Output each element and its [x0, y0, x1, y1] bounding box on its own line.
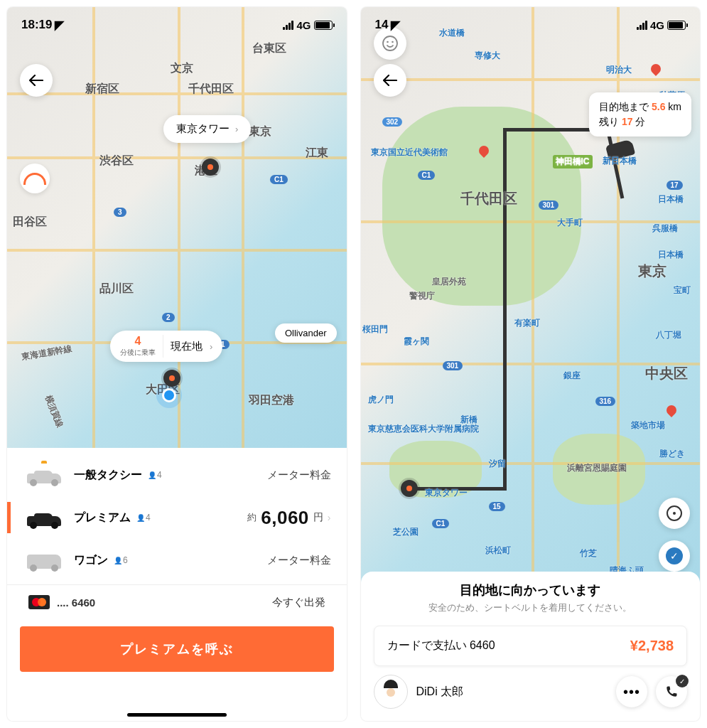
district-label: 新宿区 — [85, 82, 119, 97]
chevron-right-icon: › — [235, 124, 238, 134]
location-arrow-icon: ◤ — [55, 18, 64, 33]
pickup-pin — [163, 370, 180, 387]
shield-check-icon: ✓ — [666, 547, 683, 564]
back-button[interactable] — [374, 64, 406, 97]
arrow-left-icon — [383, 75, 397, 86]
district-label: 品川区 — [99, 282, 134, 296]
car-option-premium[interactable]: プレミアム4 約6,060円 › — [7, 496, 347, 539]
depart-time[interactable]: 今すぐ出発 — [272, 596, 325, 609]
district-label: 千代田区 — [188, 82, 234, 97]
mastercard-icon — [28, 595, 50, 609]
battery-icon — [667, 21, 686, 30]
locate-button[interactable] — [659, 498, 690, 529]
car-option-taxi[interactable]: 一般タクシー4 メーター料金 — [7, 454, 347, 496]
district-label: 田谷区 — [13, 215, 47, 230]
chat-icon: ••• — [623, 684, 640, 700]
destination-pill[interactable]: 東京タワー› — [163, 115, 251, 143]
chevron-right-icon: › — [210, 341, 212, 352]
location-arrow-icon: ◤ — [391, 18, 400, 33]
place-label: 東京タワー — [425, 487, 468, 499]
sedan-icon — [23, 506, 65, 529]
map[interactable]: 新宿区 千代田区 台東区 文京 渋谷区 港区 江東 田谷区 品川区 大田区 東京… — [7, 7, 347, 448]
district-label: 江東 — [306, 146, 328, 161]
status-time: 18:19 — [21, 18, 52, 32]
trip-sheet: 目的地に向かっています 安全のため、シートベルトを着用してください。 カードで支… — [361, 572, 701, 721]
booking-screen: 新宿区 千代田区 台東区 文京 渋谷区 港区 江東 田谷区 品川区 大田区 東京… — [7, 7, 347, 721]
call-premium-button[interactable]: プレミアムを呼ぶ — [20, 626, 334, 672]
enroute-screen: 千代田区 中央区 東京 東京タワー 皇居外苑 水道橋 東京国立近代美術館 神田橋… — [361, 7, 701, 721]
place-label: 羽田空港 — [249, 393, 294, 408]
battery-icon — [314, 21, 333, 30]
booking-sheet: 一般タクシー4 メーター料金 プレミアム4 約6,060円 › ワゴン6 メータ… — [7, 448, 347, 721]
shield-icon: ✓ — [676, 675, 689, 687]
trip-status-subtitle: 安全のため、シートベルトを着用してください。 — [361, 601, 701, 614]
district-label: 渋谷区 — [99, 154, 134, 168]
didi-logo[interactable] — [20, 164, 50, 193]
district-label: 東京 — [638, 262, 666, 281]
district-label: 東京 — [249, 124, 271, 139]
district-label: 台東区 — [252, 41, 286, 56]
destination-pin — [401, 480, 418, 497]
chevron-right-icon: › — [328, 512, 331, 523]
destination-pin — [202, 159, 219, 176]
back-button[interactable] — [20, 64, 53, 97]
chat-button[interactable]: ••• — [616, 676, 647, 707]
payment-row[interactable]: .... 6460 今すぐ出発 — [7, 584, 347, 619]
eta-badge: 目的地まで 5.6 km 残り 17 分 — [589, 92, 691, 136]
status-time: 14 — [375, 18, 389, 32]
driver-avatar[interactable] — [374, 675, 408, 709]
current-location-pin — [162, 388, 176, 402]
fare-card[interactable]: カードで支払い 6460 ¥2,738 — [374, 626, 688, 666]
phone-icon — [664, 685, 679, 699]
map-tag: Ollivander — [275, 323, 337, 343]
pickup-pill[interactable]: 4 分後に乗車 現在地› — [110, 331, 222, 362]
driver-name: DiDi 太郎 — [416, 685, 608, 700]
district-label: 中央区 — [645, 364, 688, 383]
trip-status-title: 目的地に向かっています — [361, 582, 701, 599]
taxi-icon — [23, 464, 65, 486]
signal-icon — [637, 21, 647, 30]
driver-row: DiDi 太郎 ••• ✓ — [374, 675, 688, 709]
car-option-wagon[interactable]: ワゴン6 メーター料金 — [7, 539, 347, 582]
status-bar: 18:19◤ 4G — [7, 7, 347, 43]
safety-button[interactable]: ✓ — [659, 540, 690, 572]
district-label: 千代田区 — [460, 189, 517, 208]
district-label: 文京 — [171, 61, 193, 76]
signal-icon — [283, 21, 293, 30]
home-indicator[interactable] — [127, 713, 227, 717]
status-bar: 14◤ 4G — [361, 7, 701, 43]
arrow-left-icon — [29, 75, 43, 86]
van-icon — [23, 549, 65, 572]
call-button[interactable]: ✓ — [656, 676, 687, 707]
